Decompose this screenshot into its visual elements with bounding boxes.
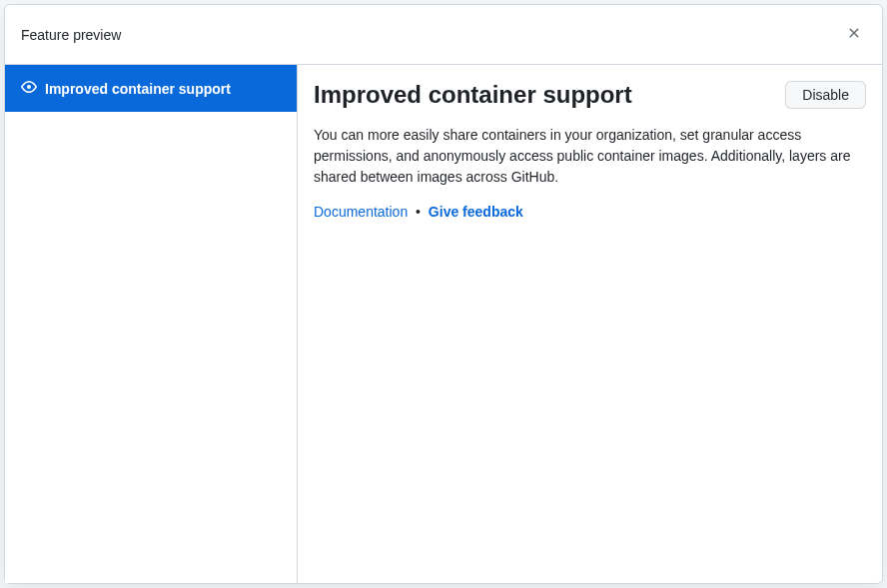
- give-feedback-link[interactable]: Give feedback: [429, 204, 523, 220]
- eye-icon: [21, 79, 37, 98]
- content-links: Documentation • Give feedback: [314, 204, 866, 220]
- close-icon: [846, 25, 862, 44]
- close-button[interactable]: [842, 21, 866, 48]
- modal-title: Feature preview: [21, 27, 121, 43]
- disable-button[interactable]: Disable: [785, 81, 866, 109]
- sidebar: Improved container support: [5, 65, 298, 583]
- content-description: You can more easily share containers in …: [314, 125, 866, 188]
- feature-preview-modal: Feature preview Improved container suppo…: [4, 4, 883, 584]
- content-title: Improved container support: [314, 81, 632, 109]
- sidebar-item-improved-container-support[interactable]: Improved container support: [5, 65, 297, 112]
- content-panel: Improved container support Disable You c…: [298, 65, 882, 583]
- modal-body: Improved container support Improved cont…: [5, 65, 882, 583]
- content-header: Improved container support Disable: [314, 81, 866, 109]
- modal-header: Feature preview: [5, 5, 882, 65]
- documentation-link[interactable]: Documentation: [314, 204, 408, 220]
- sidebar-item-label: Improved container support: [45, 81, 231, 97]
- link-separator: •: [416, 204, 421, 220]
